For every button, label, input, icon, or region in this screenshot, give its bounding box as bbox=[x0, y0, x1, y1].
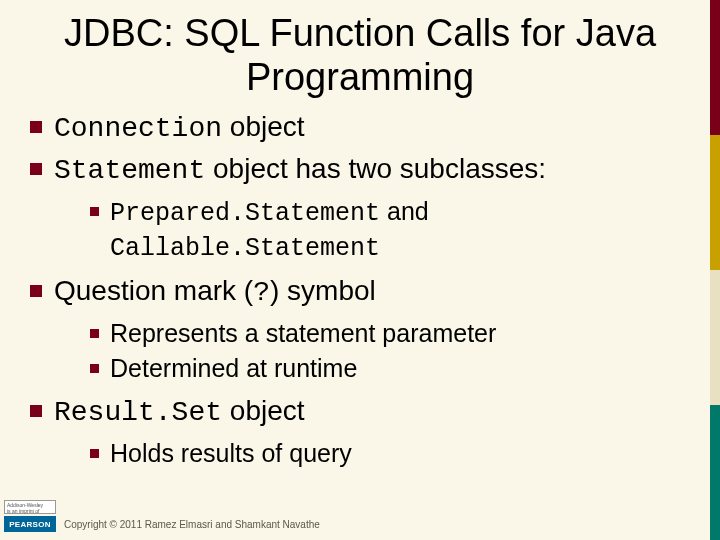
slide-body: Connection object Statement object has t… bbox=[0, 105, 720, 469]
imprint-box: Addison-Wesley is an imprint of bbox=[4, 500, 56, 514]
subbullet-prepared-callable: Prepared.Statement and Callable.Statemen… bbox=[88, 195, 700, 265]
code-callable: Callable.Statement bbox=[110, 234, 380, 263]
pearson-logo: PEARSON bbox=[4, 516, 56, 532]
footer: Addison-Wesley is an imprint of PEARSON … bbox=[0, 492, 720, 534]
bullet-question-mark: Question mark (?) symbol Represents a st… bbox=[26, 273, 700, 385]
bullet-statement: Statement object has two subclasses: Pre… bbox=[26, 151, 700, 265]
text: and bbox=[380, 197, 429, 225]
code-qmark: ? bbox=[253, 277, 270, 308]
bullet-resultset: Result.Set object Holds results of query bbox=[26, 393, 700, 470]
text: ) symbol bbox=[270, 275, 376, 306]
text: object bbox=[222, 111, 305, 142]
text: Question mark ( bbox=[54, 275, 253, 306]
subbullet-holds: Holds results of query bbox=[88, 437, 700, 470]
imprint-line2: is an imprint of bbox=[7, 508, 40, 514]
text: object bbox=[222, 395, 305, 426]
code-statement: Statement bbox=[54, 155, 205, 186]
code-prepared: Prepared.Statement bbox=[110, 199, 380, 228]
copyright-text: Copyright © 2011 Ramez Elmasri and Shamk… bbox=[64, 519, 320, 530]
subbullet-represents: Represents a statement parameter bbox=[88, 317, 700, 350]
code-resultset: Result.Set bbox=[54, 397, 222, 428]
slide: JDBC: SQL Function Calls for Java Progra… bbox=[0, 0, 720, 540]
subbullet-runtime: Determined at runtime bbox=[88, 352, 700, 385]
decorative-stripe bbox=[710, 0, 720, 540]
text: object has two subclasses: bbox=[205, 153, 546, 184]
code-connection: Connection bbox=[54, 113, 222, 144]
slide-title: JDBC: SQL Function Calls for Java Progra… bbox=[0, 0, 720, 105]
bullet-connection: Connection object bbox=[26, 109, 700, 147]
